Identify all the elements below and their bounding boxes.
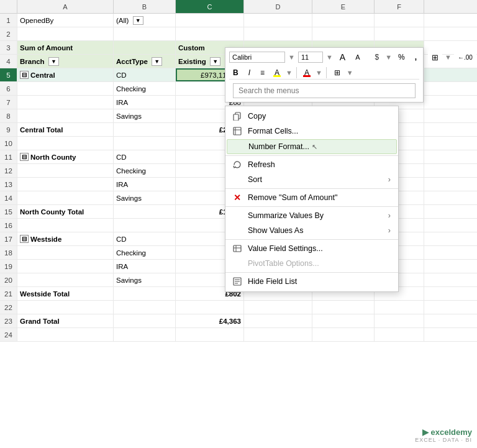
cell-f22[interactable] [375, 301, 424, 314]
cell-a2[interactable] [17, 27, 114, 40]
col-header-f[interactable]: F [375, 0, 424, 13]
highlight-color-button[interactable]: A [271, 66, 283, 79]
menu-item-format-cells[interactable]: Format Cells... [225, 124, 398, 139]
col-header-d[interactable]: D [244, 0, 312, 13]
font-size-input[interactable] [298, 52, 323, 63]
cell-b24[interactable] [114, 328, 176, 341]
cell-f2[interactable] [375, 27, 424, 40]
cell-a3[interactable]: Sum of Amount [17, 41, 114, 54]
cell-b7[interactable]: IRA [114, 96, 176, 109]
cell-b18[interactable]: Checking [114, 246, 176, 259]
menu-item-number-format[interactable]: Number Format... ↖ [227, 139, 397, 154]
menu-item-sort[interactable]: Sort › [225, 172, 398, 187]
cell-a12[interactable] [17, 164, 114, 177]
cell-d1[interactable] [244, 14, 312, 27]
cell-b17[interactable]: CD [114, 232, 176, 245]
cell-b19[interactable]: IRA [114, 260, 176, 273]
menu-item-summarize[interactable]: Summarize Values By › [225, 208, 398, 223]
cell-a24[interactable] [17, 328, 114, 341]
col-header-c[interactable]: C [176, 0, 244, 13]
cell-d24[interactable] [244, 328, 312, 341]
cell-b20[interactable]: Savings [114, 273, 176, 286]
cell-c24[interactable] [176, 328, 244, 341]
cell-a7[interactable] [17, 96, 114, 109]
cell-a17[interactable]: ⊟Westside [17, 232, 114, 245]
cell-b11[interactable]: CD [114, 150, 176, 163]
col-header-b[interactable]: B [114, 0, 176, 13]
cell-e1[interactable] [312, 14, 375, 27]
cell-a16[interactable] [17, 219, 114, 232]
font-color-button[interactable]: A [301, 66, 313, 79]
cell-b2[interactable] [114, 27, 176, 40]
borders-button[interactable]: ⊞ [428, 51, 442, 64]
cell-a19[interactable] [17, 260, 114, 273]
cell-e23[interactable] [312, 314, 375, 327]
cell-b12[interactable]: Checking [114, 164, 176, 177]
menu-item-value-field-settings[interactable]: Value Field Settings... [225, 241, 398, 256]
cell-b3[interactable] [114, 41, 176, 54]
cell-a4[interactable]: Branch ▼ [17, 55, 114, 68]
cell-b5[interactable]: CD [114, 68, 176, 81]
cell-b14[interactable]: Savings [114, 191, 176, 204]
cell-b22[interactable] [114, 301, 176, 314]
cell-d22[interactable] [244, 301, 312, 314]
cell-b4[interactable]: AcctType ▼ [114, 55, 176, 68]
cell-d23[interactable] [244, 314, 312, 327]
bold-button[interactable]: B [229, 66, 242, 79]
cell-c2[interactable] [176, 27, 244, 40]
decrease-decimal-button[interactable]: ←.00 [454, 52, 476, 63]
cell-a18[interactable] [17, 246, 114, 259]
cell-b1[interactable]: (All) ▼ [114, 14, 176, 27]
menu-item-copy[interactable]: Copy [225, 109, 398, 124]
menu-item-refresh[interactable]: Refresh [225, 157, 398, 172]
cell-a23[interactable]: Grand Total [17, 314, 114, 327]
cell-e24[interactable] [312, 328, 375, 341]
cell-a22[interactable] [17, 301, 114, 314]
cell-b10[interactable] [114, 137, 176, 150]
menu-item-pivot-options[interactable]: PivotTable Options... [225, 256, 398, 271]
cell-b15[interactable] [114, 205, 176, 218]
cell-a10[interactable] [17, 137, 114, 150]
cell-e22[interactable] [312, 301, 375, 314]
cell-e2[interactable] [312, 27, 375, 40]
cell-a9[interactable]: Central Total [17, 123, 114, 136]
italic-button[interactable]: I [245, 66, 254, 79]
menu-item-hide-field-list[interactable]: Hide Field List [225, 274, 398, 289]
cell-f1[interactable] [375, 14, 424, 27]
font-name-input[interactable] [229, 52, 285, 63]
border-style-button[interactable]: ⊞ [330, 66, 344, 79]
cell-b21[interactable] [114, 287, 176, 300]
cell-b9[interactable] [114, 123, 176, 136]
cell-a1[interactable]: OpenedBy [17, 14, 114, 27]
comma-button[interactable]: , [411, 51, 420, 63]
cell-a13[interactable] [17, 178, 114, 191]
cell-b8[interactable]: Savings [114, 109, 176, 122]
cell-a11[interactable]: ⊟North County [17, 150, 114, 163]
menu-item-show-values[interactable]: Show Values As › [225, 223, 398, 238]
cell-a6[interactable] [17, 82, 114, 95]
align-button[interactable]: ≡ [257, 66, 268, 79]
cell-b13[interactable]: IRA [114, 178, 176, 191]
cell-b16[interactable] [114, 219, 176, 232]
cell-a20[interactable] [17, 273, 114, 286]
cell-a15[interactable]: North County Total [17, 205, 114, 218]
menu-search-input[interactable] [233, 83, 416, 98]
cell-c22[interactable] [176, 301, 244, 314]
cell-f23[interactable] [375, 314, 424, 327]
increase-font-button[interactable]: A [336, 50, 349, 64]
cell-d2[interactable] [244, 27, 312, 40]
percent-button[interactable]: % [394, 51, 409, 63]
cell-a5[interactable]: ⊟Central [17, 68, 114, 81]
decrease-font-button[interactable]: A [352, 52, 363, 63]
cell-b6[interactable]: Checking [114, 82, 176, 95]
col-header-e[interactable]: E [312, 0, 375, 13]
cell-c1[interactable] [176, 14, 244, 27]
currency-button[interactable]: $ [371, 51, 383, 63]
cell-f24[interactable] [375, 328, 424, 341]
cell-a8[interactable] [17, 109, 114, 122]
menu-item-remove-sum[interactable]: ✕ Remove "Sum of Amount" [225, 190, 398, 205]
col-header-a[interactable]: A [17, 0, 114, 13]
cell-a14[interactable] [17, 191, 114, 204]
cell-a21[interactable]: Westside Total [17, 287, 114, 300]
cell-b23[interactable] [114, 314, 176, 327]
